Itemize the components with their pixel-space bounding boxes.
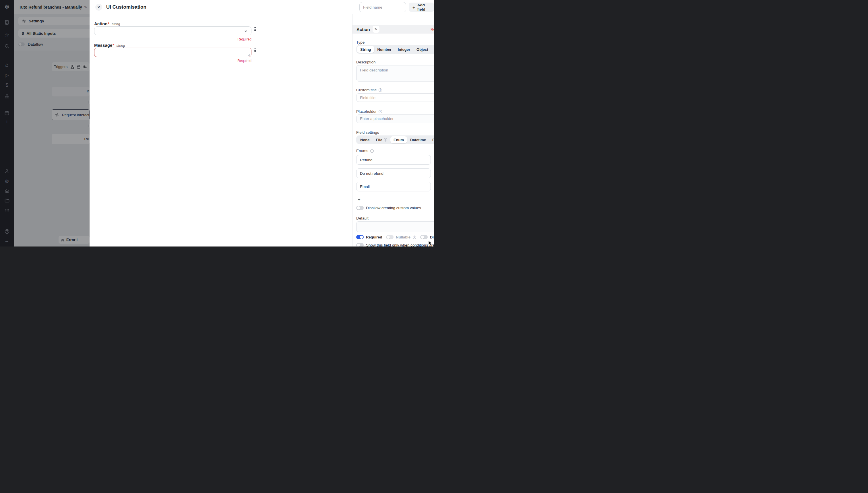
disabled-toggle[interactable]	[420, 235, 428, 239]
message-field-type: string	[117, 44, 125, 48]
enum-value-input[interactable]	[356, 168, 431, 178]
enums-label: Enumsi	[356, 149, 374, 153]
description-label: Description	[356, 60, 376, 64]
message-required-message: Required	[94, 59, 251, 63]
tab-type-number[interactable]: Number	[374, 46, 395, 53]
tab-type-object[interactable]: Object	[413, 46, 431, 53]
form-preview-column: Action* string Required Message* string …	[89, 14, 263, 246]
default-textarea[interactable]	[356, 221, 434, 232]
placeholder-area-wrap	[356, 114, 434, 123]
field-settings-tabs: None Filei Enum Datetime Format Pattern	[356, 135, 434, 144]
required-status-badge: Required	[353, 27, 434, 31]
default-label: Default	[356, 216, 368, 220]
disallow-custom-values-toggle[interactable]	[356, 206, 364, 210]
tab-setting-enum[interactable]: Enum	[390, 136, 407, 143]
field-inspector: JSON editor i Action ✎ Required ✕ Type S…	[352, 14, 434, 246]
enum-value-input[interactable]	[356, 181, 431, 191]
placeholder-textarea[interactable]	[356, 114, 434, 123]
add-field-label: Add field	[417, 3, 430, 12]
description-area-wrap	[356, 65, 434, 82]
info-icon[interactable]: i	[413, 236, 416, 239]
message-textarea[interactable]	[94, 48, 251, 57]
required-asterisk: *	[112, 43, 114, 48]
type-tabs: String Number Integer Object OneOf Array…	[356, 45, 434, 53]
info-icon[interactable]: i	[384, 138, 387, 142]
info-icon[interactable]: i	[370, 149, 374, 153]
custom-title-label: Custom titlei	[356, 88, 382, 92]
action-drag-handle[interactable]	[254, 27, 256, 31]
default-area-wrap	[356, 221, 434, 232]
action-required-message: Required	[94, 37, 251, 41]
tab-type-integer[interactable]: Integer	[395, 46, 413, 53]
placeholder-label: Placeholderi	[356, 109, 382, 114]
tab-setting-none[interactable]: None	[357, 136, 373, 143]
required-toggle[interactable]	[356, 235, 364, 239]
tab-setting-format[interactable]: Format	[429, 136, 434, 143]
message-field-label: Message	[94, 43, 112, 48]
tab-type-string[interactable]: String	[357, 46, 374, 53]
screen: ✻ ☆ ⌂ ▷ $ + ⚙ → Tuto Refund branches - M…	[0, 0, 434, 246]
close-icon: ✕	[97, 5, 101, 9]
tab-setting-datetime[interactable]: Datetime	[407, 136, 429, 143]
inspector-header-bar: Action ✎ Required ✕	[353, 25, 434, 34]
add-field-button[interactable]: + Add field	[409, 3, 434, 12]
nullable-toggle[interactable]	[386, 235, 394, 239]
field-settings-label: Field settings	[356, 130, 379, 134]
tab-setting-file[interactable]: Filei	[373, 136, 390, 143]
required-asterisk: *	[108, 22, 109, 26]
disabled-toggle-label: Disabled	[430, 235, 434, 239]
chevron-down-icon	[244, 29, 248, 33]
add-enum-button[interactable]: +	[356, 197, 362, 202]
mouse-cursor	[428, 240, 433, 246]
action-field-label: Action	[94, 21, 108, 26]
description-textarea[interactable]	[356, 65, 434, 82]
custom-title-input[interactable]	[356, 93, 434, 102]
plus-icon: +	[412, 5, 415, 10]
tab-type-oneof[interactable]: OneOf	[431, 46, 434, 53]
message-drag-handle[interactable]	[254, 48, 256, 52]
modal-title: UI Customisation	[106, 4, 146, 10]
ui-customisation-modal: ✕ UI Customisation + Add field Action* s…	[89, 0, 434, 246]
disallow-custom-values-label: Disallow creating custom values	[366, 206, 421, 210]
conditions-toggle[interactable]	[356, 243, 364, 246]
conditions-label: Show this field only when conditions are…	[366, 243, 434, 246]
info-icon[interactable]: i	[379, 88, 382, 92]
field-name-input[interactable]	[359, 2, 406, 12]
action-field-type: string	[112, 22, 120, 26]
modal-backdrop[interactable]	[0, 0, 89, 246]
background-app: ✻ ☆ ⌂ ▷ $ + ⚙ → Tuto Refund branches - M…	[0, 0, 89, 246]
info-icon[interactable]: i	[379, 110, 382, 113]
nullable-toggle-label: Nullable	[396, 235, 410, 239]
action-select[interactable]	[94, 26, 251, 35]
type-label: Type	[356, 40, 364, 44]
required-toggle-label: Required	[366, 235, 382, 239]
close-modal-button[interactable]: ✕	[95, 4, 102, 10]
enum-value-input[interactable]	[356, 155, 431, 165]
resize-handle[interactable]	[248, 53, 250, 56]
modal-header: ✕ UI Customisation + Add field	[89, 0, 434, 14]
